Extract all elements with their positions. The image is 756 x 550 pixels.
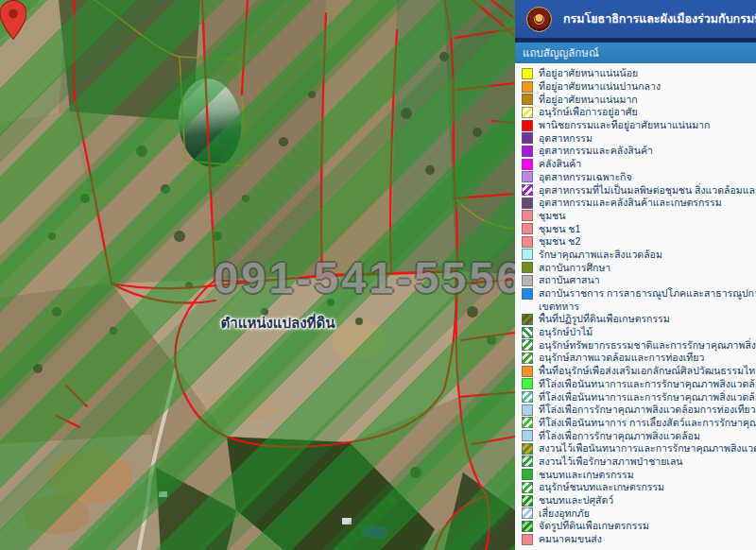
legend-swatch <box>522 366 533 377</box>
legend-swatch <box>522 159 533 170</box>
legend-swatch <box>522 314 533 325</box>
legend-swatch <box>522 404 533 416</box>
legend-label: เสี่ยงอุทกภัย <box>539 507 590 520</box>
legend-item: อุตสาหกรรมและคลังสินค้า <box>515 145 756 158</box>
legend-item: สถาบันการศึกษา <box>515 261 756 274</box>
legend-label: อนุรักษ์ชนบทและเกษตรกรรม <box>539 481 664 494</box>
legend-swatch <box>522 417 533 428</box>
legend-item: ที่อยู่อาศัยหนาแน่นมาก <box>515 93 756 106</box>
legend-label: ที่อยู่อาศัยหนาแน่นน้อย <box>539 67 638 80</box>
legend-swatch <box>522 469 533 480</box>
legend-label: คลังสินค้า <box>539 158 581 171</box>
legend-swatch <box>522 107 533 118</box>
blue-roof-building <box>361 524 387 540</box>
legend-label: อนุรักษ์สภาพแวดล้อมและการท่องเที่ยว <box>539 352 704 365</box>
legend-swatch <box>522 534 533 545</box>
legend-swatch <box>522 352 533 364</box>
legend-label: คมนาคมขนส่ง <box>539 533 602 546</box>
legend-item: ชุมชน ช2 <box>515 235 756 249</box>
location-pin-icon[interactable] <box>0 0 26 40</box>
legend-label: อนุรักษ์ทรัพยากรธรรมชาติและการรักษาคุณภา… <box>539 338 756 352</box>
legend-item: เขตทหาร <box>515 300 756 313</box>
legend-item: ชนบทและปศุสัตว์ <box>515 494 756 507</box>
legend-swatch <box>522 94 533 105</box>
legend-swatch <box>522 146 533 157</box>
legend-swatch <box>522 262 533 273</box>
legend-swatch <box>522 495 533 507</box>
legend-item: อุตสาหกรรมเฉพาะกิจ <box>515 171 756 184</box>
legend-item: อนุรักษ์เพื่อการอยู่อาศัย <box>515 106 756 119</box>
legend-item: ชนบทและเกษตรกรรม <box>515 468 756 481</box>
legend-label: พานิชยกรรมและที่อยู่อาศัยหนาแน่นมาก <box>539 119 710 132</box>
legend-item: พื้นที่ปฏิรูปที่ดินเพื่อเกษตรกรรม <box>515 313 756 326</box>
legend-label: จัดรูปที่ดินเพื่อเกษตรกรรม <box>539 520 649 533</box>
legend-item: อุตสาหกรรม <box>515 131 756 145</box>
legend-swatch <box>522 378 533 389</box>
legend-item: ชุมชน ช1 <box>515 222 756 235</box>
legend-item: ที่โล่งเพื่อนันทนาการและการรักษาคุณภาพสิ… <box>515 378 756 391</box>
legend-item: สถาบันราชการ การสาธารณูปโภคและสาธารณูปกา… <box>515 287 756 301</box>
legend-label: สถาบันศาสนา <box>539 274 600 287</box>
legend-item: อนุรักษ์ทรัพยากรธรรมชาติและการรักษาคุณภา… <box>515 338 756 352</box>
app-title: กรมโยธาธิการและผังเมืองร่วมกับกรมที่ดิน <box>563 9 756 28</box>
legend-swatch <box>522 391 533 403</box>
legend-swatch <box>522 507 533 519</box>
department-seal-icon <box>526 7 552 32</box>
legend-label: สถาบันการศึกษา <box>539 261 610 274</box>
legend-swatch <box>522 288 533 300</box>
legend-item: คลังสินค้า <box>515 158 756 171</box>
legend-swatch <box>522 275 533 286</box>
legend-swatch <box>522 521 533 532</box>
legend-label: ที่โล่งเพื่อการรักษาคุณภาพสิ่งแวดล้อม <box>539 429 700 442</box>
legend-swatch <box>522 184 533 196</box>
legend-item: ที่โล่งเพื่อนันทนาการและการรักษาคุณภาพสิ… <box>515 390 756 404</box>
legend-swatch <box>522 132 533 144</box>
legend-label: สถาบันราชการ การสาธารณูปโภคและสาธารณูปกา… <box>539 287 756 301</box>
legend-label: ชุมชน <box>539 210 565 223</box>
legend-item: สงวนไว้เพื่อนันทนาการและการรักษาคุณภาพสิ… <box>515 442 756 455</box>
legend-label: ชุมชน ช1 <box>539 222 580 235</box>
legend-item: พานิชยกรรมและที่อยู่อาศัยหนาแน่นมาก <box>515 119 756 132</box>
legend-label: ที่โล่งเพื่อนันทนาการและการรักษาคุณภาพสิ… <box>539 378 756 391</box>
legend-item: ที่โล่งเพื่อการรักษาคุณภาพสิ่งแวดล้อมการ… <box>515 404 756 417</box>
legend-item: ชุมชน <box>515 210 756 223</box>
legend-item: จัดรูปที่ดินเพื่อเกษตรกรรม <box>515 520 756 533</box>
legend-swatch <box>522 171 533 182</box>
legend-item: ที่อยู่อาศัยหนาแน่นปานกลาง <box>515 80 756 94</box>
legend-item: สถาบันศาสนา <box>515 274 756 287</box>
satellite-map[interactable]: 091-541-5556 ตำแหน่งแปลงที่ดิน <box>0 0 515 550</box>
legend-item: อุตสาหกรรมที่ไม่เป็นมลพิษต่อชุมชน สิ่งแว… <box>515 183 756 197</box>
legend-label: อุตสาหกรรมเฉพาะกิจ <box>539 171 632 184</box>
legend-label: ชนบทและปศุสัตว์ <box>539 494 613 507</box>
legend-swatch <box>522 198 533 209</box>
legend-swatch <box>522 443 533 455</box>
legend-label: ที่โล่งเพื่อนันทนาการ การเลี้ยงสัตว์และก… <box>539 417 756 430</box>
legend-swatch <box>522 455 533 467</box>
legend-item: ที่อยู่อาศัยหนาแน่นน้อย <box>515 67 756 80</box>
legend-swatch <box>522 249 533 260</box>
app-header: กรมโยธาธิการและผังเมืองร่วมกับกรมที่ดิน <box>515 0 756 38</box>
legend-label: พื้นที่อนุรักษ์เพื่อส่งเสริมเอกลักษณ์ศิล… <box>539 365 756 378</box>
legend-label: อนุรักษ์เพื่อการอยู่อาศัย <box>539 106 638 119</box>
legend-item: อนุรักษ์ชนบทและเกษตรกรรม <box>515 481 756 494</box>
legend-swatch <box>522 236 533 248</box>
legend-label: เขตทหาร <box>539 300 579 313</box>
legend-label: ที่อยู่อาศัยหนาแน่นปานกลาง <box>539 80 661 94</box>
legend-label: ที่โล่งเพื่อการรักษาคุณภาพสิ่งแวดล้อมการ… <box>539 404 756 417</box>
legend-label: อุตสาหกรรมและคลังสินค้าและเกษตรกรรม <box>539 197 722 210</box>
legend-panel: กรมโยธาธิการและผังเมืองร่วมกับกรมที่ดิน … <box>515 0 756 550</box>
legend-label: ที่อยู่อาศัยหนาแน่นมาก <box>539 93 638 106</box>
legend-swatch <box>522 482 533 493</box>
legend-label: รักษาคุณภาพและสิ่งแวดล้อม <box>539 249 662 262</box>
legend-swatch <box>522 68 533 79</box>
legend-item: เสี่ยงอุทกภัย <box>515 507 756 520</box>
legend-swatch <box>522 120 533 131</box>
legend-swatch <box>522 223 533 234</box>
legend-label: อนุรักษ์ป่าไม้ <box>539 326 593 339</box>
legend-title: แถบสัญญลักษณ์ <box>523 44 599 61</box>
legend-item: ที่โล่งเพื่อนันทนาการ การเลี้ยงสัตว์และก… <box>515 417 756 430</box>
legend-label: ชนบทและเกษตรกรรม <box>539 468 634 481</box>
legend-item: คมนาคมขนส่ง <box>515 533 756 546</box>
legend-swatch <box>522 81 533 93</box>
legend-label: พื้นที่ปฏิรูปที่ดินเพื่อเกษตรกรรม <box>539 313 670 326</box>
